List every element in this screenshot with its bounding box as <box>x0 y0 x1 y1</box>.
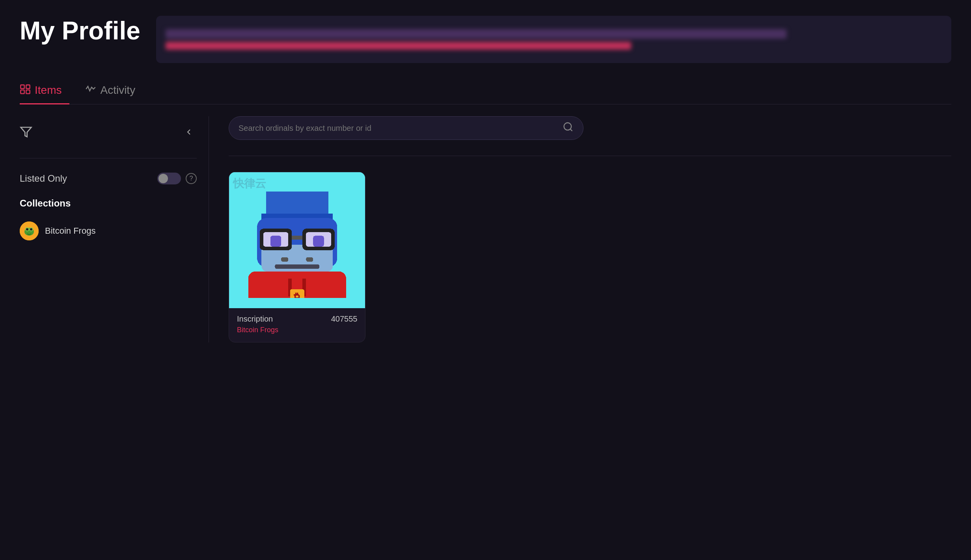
content-divider <box>229 156 951 156</box>
items-icon <box>20 84 31 97</box>
listed-only-row: Listed Only ? <box>20 168 197 194</box>
nft-card[interactable]: 快律云 <box>229 172 365 342</box>
nft-label: Inscription <box>237 314 273 324</box>
nft-grid: 快律云 <box>229 172 951 342</box>
collection-name-bitcoin-frogs: Bitcoin Frogs <box>45 226 95 236</box>
watermark-text: 快律云 <box>233 176 266 191</box>
collection-item-bitcoin-frogs[interactable]: Bitcoin Frogs <box>20 217 197 245</box>
svg-text:₿: ₿ <box>294 291 300 298</box>
svg-rect-1 <box>26 85 30 89</box>
svg-point-10 <box>30 228 32 231</box>
search-input[interactable] <box>239 124 558 133</box>
collections-title: Collections <box>20 198 197 209</box>
sidebar-divider <box>20 158 197 158</box>
help-icon[interactable]: ? <box>186 173 197 184</box>
svg-rect-24 <box>281 257 288 262</box>
svg-rect-19 <box>292 236 302 239</box>
tabs-container: Items Activity <box>20 79 951 104</box>
filter-icon[interactable] <box>20 126 32 141</box>
listed-only-label: Listed Only <box>20 173 67 184</box>
tab-items-label: Items <box>35 84 62 97</box>
listed-only-toggle[interactable] <box>157 173 181 184</box>
svg-rect-22 <box>270 236 281 246</box>
svg-marker-4 <box>21 127 32 137</box>
nft-image: 快律云 <box>229 172 365 308</box>
collections-section: Collections <box>20 198 197 245</box>
svg-rect-23 <box>313 236 324 246</box>
sidebar: Listed Only ? Collections <box>20 116 209 342</box>
nft-collection: Bitcoin Frogs <box>237 326 278 334</box>
search-icon <box>563 121 574 135</box>
svg-line-12 <box>570 129 572 131</box>
toggle-group: ? <box>157 173 197 184</box>
tab-items[interactable]: Items <box>20 79 69 104</box>
page-title: My Profile <box>20 16 140 46</box>
tab-activity-label: Activity <box>100 84 135 97</box>
svg-rect-2 <box>21 90 24 93</box>
collapse-sidebar-button[interactable] <box>181 124 197 142</box>
svg-rect-0 <box>21 85 24 89</box>
header-banner <box>156 16 951 63</box>
svg-rect-25 <box>306 257 313 262</box>
collection-avatar-bitcoin-frogs <box>20 221 39 240</box>
svg-rect-26 <box>275 264 319 269</box>
svg-point-11 <box>564 123 572 130</box>
nft-number: 407555 <box>331 314 358 324</box>
search-bar <box>229 116 583 140</box>
tab-activity[interactable]: Activity <box>85 79 143 104</box>
svg-point-9 <box>26 228 28 231</box>
svg-rect-3 <box>26 90 30 93</box>
nft-info: Inscription 407555 Bitcoin Frogs <box>229 308 365 342</box>
activity-icon <box>85 84 96 97</box>
content-area: 快律云 <box>209 116 951 342</box>
